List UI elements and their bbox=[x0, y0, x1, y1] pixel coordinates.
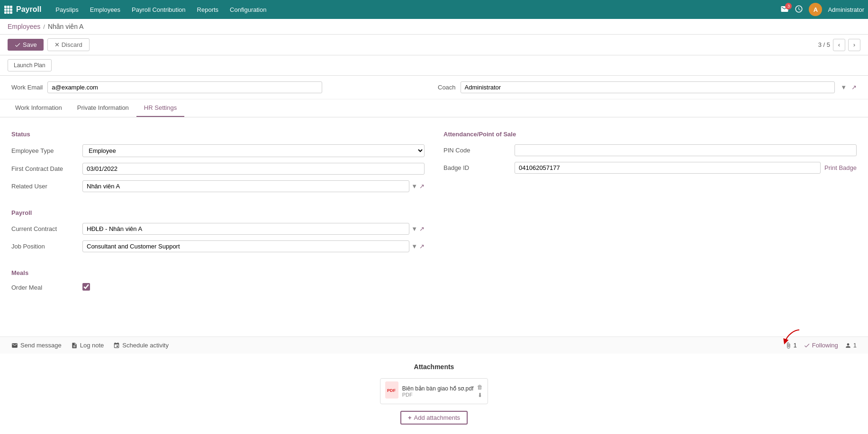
save-button[interactable]: Save bbox=[8, 39, 44, 51]
coach-label: Coach bbox=[438, 84, 456, 91]
job-position-dropdown-icon[interactable]: ▼ bbox=[411, 243, 417, 250]
first-contract-date-row: First Contract Date bbox=[11, 163, 425, 175]
badge-id-input[interactable] bbox=[515, 162, 821, 174]
apps-menu-button[interactable] bbox=[4, 5, 12, 14]
coach-input[interactable] bbox=[461, 81, 835, 93]
chatter-actions: Send message Log note Schedule activity bbox=[11, 342, 169, 349]
nav-payroll-contribution[interactable]: Payroll Contribution bbox=[127, 4, 190, 15]
svg-rect-6 bbox=[4, 11, 7, 14]
job-position-input[interactable] bbox=[82, 240, 409, 252]
tab-work-information[interactable]: Work Information bbox=[8, 99, 70, 117]
svg-rect-5 bbox=[10, 9, 12, 11]
order-meal-label: Order Meal bbox=[11, 284, 82, 291]
followers-count-label: 1 bbox=[853, 342, 857, 349]
next-record-button[interactable]: › bbox=[848, 39, 860, 51]
topbar-right: 3 A Administrator bbox=[780, 3, 864, 16]
related-user-dropdown-icon[interactable]: ▼ bbox=[411, 183, 417, 190]
svg-text:PDF: PDF bbox=[387, 388, 396, 393]
nav-payslips[interactable]: Payslips bbox=[51, 4, 83, 15]
attachments-title: Attachments bbox=[11, 363, 857, 371]
launch-plan-bar: Launch Plan bbox=[0, 55, 868, 76]
current-contract-dropdown-icon[interactable]: ▼ bbox=[411, 225, 417, 232]
attachment-download-button[interactable]: ⬇ bbox=[477, 392, 483, 399]
user-avatar[interactable]: A bbox=[809, 3, 822, 16]
chatter-bar: Send message Log note Schedule activity … bbox=[0, 337, 868, 354]
app-name: Payroll bbox=[16, 5, 41, 14]
employee-type-label: Employee Type bbox=[11, 147, 82, 154]
schedule-activity-button[interactable]: Schedule activity bbox=[113, 342, 169, 349]
hr-right-col: Attendance/Point of Sale PIN Code Badge … bbox=[443, 127, 857, 298]
add-attachments-plus-icon: + bbox=[408, 414, 412, 421]
coach-dropdown-icon[interactable]: ▼ bbox=[841, 84, 847, 91]
badge-id-row: Badge ID Print Badge bbox=[443, 162, 857, 174]
job-position-row: Job Position ▼ ↗ bbox=[11, 240, 425, 252]
payroll-section-title: Payroll bbox=[11, 209, 425, 216]
nav-configuration[interactable]: Configuration bbox=[225, 4, 271, 15]
attachments-section: Attachments PDF Biên bản bàn giao hồ sơ.… bbox=[0, 354, 868, 434]
attachment-info: Biên bản bàn giao hồ sơ.pdf PDF bbox=[402, 385, 473, 398]
attendance-section-title: Attendance/Point of Sale bbox=[443, 131, 857, 138]
print-badge-link[interactable]: Print Badge bbox=[824, 164, 857, 171]
coach-external-link-icon[interactable]: ↗ bbox=[851, 84, 857, 91]
work-email-input[interactable] bbox=[47, 81, 322, 93]
employee-type-select[interactable]: Employee Student Freelance bbox=[82, 144, 425, 157]
tab-private-information[interactable]: Private Information bbox=[70, 99, 136, 117]
notification-button[interactable]: 3 bbox=[780, 5, 789, 15]
tab-hr-settings[interactable]: HR Settings bbox=[136, 99, 184, 117]
hr-left-col: Status Employee Type Employee Student Fr… bbox=[11, 127, 425, 298]
svg-rect-1 bbox=[7, 6, 9, 8]
user-name-label: Administrator bbox=[828, 6, 864, 13]
pin-code-input[interactable] bbox=[515, 144, 857, 156]
first-contract-date-input[interactable] bbox=[82, 163, 425, 175]
first-contract-date-label: First Contract Date bbox=[11, 165, 82, 172]
prev-record-button[interactable]: ‹ bbox=[833, 39, 845, 51]
related-user-row: Related User ▼ ↗ bbox=[11, 180, 425, 192]
status-section-title: Status bbox=[11, 131, 425, 138]
breadcrumb: Employees / Nhân viên A bbox=[0, 19, 868, 35]
topbar: Payroll Payslips Employees Payroll Contr… bbox=[0, 0, 868, 19]
order-meal-row: Order Meal bbox=[11, 283, 425, 292]
add-attachments-button[interactable]: + Add attachments bbox=[400, 411, 468, 425]
chatter-right: 1 Following 1 bbox=[785, 342, 857, 349]
pagination-label: 3 / 5 bbox=[818, 41, 830, 48]
launch-plan-button[interactable]: Launch Plan bbox=[8, 59, 52, 71]
attachment-filetype: PDF bbox=[402, 392, 473, 398]
current-contract-input[interactable] bbox=[82, 223, 409, 235]
following-button[interactable]: Following bbox=[804, 342, 838, 349]
employee-type-row: Employee Type Employee Student Freelance bbox=[11, 144, 425, 157]
person-icon bbox=[845, 342, 851, 349]
svg-rect-3 bbox=[4, 9, 7, 11]
meals-section-title: Meals bbox=[11, 269, 425, 276]
hr-settings-content: Status Employee Type Employee Student Fr… bbox=[0, 117, 868, 337]
svg-rect-0 bbox=[4, 6, 7, 8]
top-nav: Payslips Employees Payroll Contribution … bbox=[51, 4, 780, 15]
related-user-input[interactable] bbox=[82, 180, 409, 192]
send-message-button[interactable]: Send message bbox=[11, 342, 62, 349]
discard-button[interactable]: ✕ Discard bbox=[47, 38, 90, 51]
pin-code-row: PIN Code bbox=[443, 144, 857, 156]
log-note-button[interactable]: Log note bbox=[71, 342, 104, 349]
clock-icon[interactable] bbox=[795, 5, 803, 15]
order-meal-checkbox[interactable] bbox=[82, 283, 90, 291]
breadcrumb-current: Nhân viên A bbox=[48, 23, 84, 30]
related-user-external-icon[interactable]: ↗ bbox=[419, 183, 425, 190]
attachment-delete-button[interactable]: 🗑 bbox=[477, 384, 483, 390]
breadcrumb-parent[interactable]: Employees bbox=[8, 23, 40, 30]
job-position-external-icon[interactable]: ↗ bbox=[419, 243, 425, 250]
annotation-arrow bbox=[780, 328, 804, 346]
work-email-label: Work Email bbox=[11, 84, 43, 91]
attachment-filename: Biên bản bàn giao hồ sơ.pdf bbox=[402, 385, 473, 392]
nav-reports[interactable]: Reports bbox=[192, 4, 224, 15]
nav-employees[interactable]: Employees bbox=[85, 4, 125, 15]
svg-rect-7 bbox=[7, 11, 9, 14]
svg-rect-4 bbox=[7, 9, 9, 11]
pin-code-label: PIN Code bbox=[443, 147, 515, 154]
breadcrumb-separator: / bbox=[43, 23, 45, 30]
current-contract-external-icon[interactable]: ↗ bbox=[419, 225, 425, 232]
checkmark-icon bbox=[804, 342, 810, 349]
attachment-item: PDF Biên bản bàn giao hồ sơ.pdf PDF 🗑 ⬇ bbox=[380, 378, 488, 404]
notification-badge: 3 bbox=[785, 3, 792, 9]
svg-rect-8 bbox=[10, 11, 12, 14]
record-tabs: Work Information Private Information HR … bbox=[0, 99, 868, 117]
attachment-actions: 🗑 ⬇ bbox=[477, 384, 483, 399]
